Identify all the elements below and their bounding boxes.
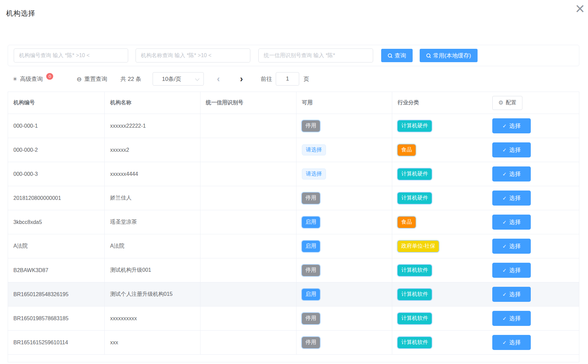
config-button[interactable]: ⚙ 配置: [492, 96, 522, 110]
advanced-query-badge: 0: [46, 73, 53, 80]
common-cache-button[interactable]: 常用(本地缓存): [420, 49, 478, 62]
status-tag[interactable]: 启用: [302, 241, 320, 252]
status-tag[interactable]: 请选择: [302, 168, 326, 179]
header-action: ⚙ 配置: [485, 92, 579, 114]
cell-credit-no: [200, 307, 297, 330]
industry-tag[interactable]: 政府单位-社保: [398, 241, 439, 252]
status-tag[interactable]: 停用: [302, 120, 320, 132]
cell-action: ✓ 选择: [485, 210, 579, 234]
table-row: BR1651615259610114 xxx 停用 计算机软件 ✓ 选择: [8, 331, 579, 355]
check-icon: ✓: [502, 291, 507, 297]
cell-org-no: 000-000-2: [8, 138, 105, 162]
table-row: 000-000-3 xxxxxx4444 请选择 计算机硬件 ✓ 选择: [8, 162, 579, 186]
check-icon: ✓: [502, 195, 507, 201]
status-tag[interactable]: 启用: [302, 217, 320, 228]
cell-action: ✓ 选择: [485, 258, 579, 282]
search-icon: [426, 53, 430, 57]
select-button[interactable]: ✓ 选择: [492, 215, 531, 230]
select-button[interactable]: ✓ 选择: [492, 263, 531, 278]
status-tag[interactable]: 启用: [302, 289, 320, 300]
cell-org-no: BR1650128548326195: [8, 282, 105, 306]
gear-icon: ⚙: [498, 100, 503, 106]
cell-credit-no: [200, 282, 297, 306]
cell-action: ✓ 选择: [485, 234, 579, 258]
select-button[interactable]: ✓ 选择: [492, 118, 531, 133]
cell-action: ✓ 选择: [485, 282, 579, 306]
header-industry: 行业分类: [392, 92, 485, 114]
cell-org-name: xxxxxxxxxx: [105, 307, 200, 330]
industry-tag[interactable]: 计算机软件: [398, 337, 432, 348]
industry-tag[interactable]: 计算机软件: [398, 289, 432, 300]
select-button[interactable]: ✓ 选择: [492, 239, 531, 254]
page-size-select[interactable]: 10条/页: [153, 72, 204, 86]
cell-action: ✓ 选择: [485, 114, 579, 138]
org-no-search-input[interactable]: [14, 48, 128, 63]
cell-org-name: 娇兰佳人: [105, 186, 200, 210]
header-available: 可用: [297, 92, 392, 114]
prev-page-button[interactable]: ‹: [217, 74, 220, 84]
select-button[interactable]: ✓ 选择: [492, 142, 531, 157]
select-button[interactable]: ✓ 选择: [492, 335, 531, 350]
industry-tag[interactable]: 计算机硬件: [398, 193, 432, 204]
check-icon: ✓: [502, 267, 507, 273]
pagination-toolbar: ✳ 高级查询 0 ⊖ 重置查询 共 22 条 10条/页 ‹ › 前往 页: [8, 71, 579, 87]
cell-org-name: 测试机构升级001: [105, 258, 200, 282]
industry-tag[interactable]: 食品: [398, 217, 416, 228]
cell-credit-no: [200, 234, 297, 258]
select-button[interactable]: ✓ 选择: [492, 287, 531, 302]
table-row: B2BAWK3D87 测试机构升级001 停用 计算机软件 ✓ 选择: [8, 258, 579, 282]
industry-tag[interactable]: 计算机硬件: [398, 168, 432, 180]
cell-credit-no: [200, 114, 297, 138]
select-button[interactable]: ✓ 选择: [492, 311, 531, 326]
status-tag[interactable]: 停用: [302, 337, 320, 348]
cell-action: ✓ 选择: [485, 138, 579, 162]
search-icon: [388, 53, 392, 57]
cell-org-no: 000-000-1: [8, 114, 105, 138]
industry-tag[interactable]: 计算机硬件: [398, 120, 432, 132]
cell-status: 启用: [297, 234, 392, 258]
cell-org-no: BR1651615259610114: [8, 331, 105, 354]
cell-credit-no: [200, 186, 297, 210]
search-panel: 查询 常用(本地缓存): [8, 45, 579, 66]
select-button[interactable]: ✓ 选择: [492, 191, 531, 206]
status-tag[interactable]: 请选择: [302, 144, 326, 155]
select-button[interactable]: ✓ 选择: [492, 166, 531, 181]
advanced-query-button[interactable]: ✳ 高级查询 0: [13, 75, 53, 83]
cell-org-name: xxxxxx4444: [105, 162, 200, 186]
org-table: 机构编号 机构名称 统一信用识别号 可用 行业分类 ⚙ 配置 000-000-1…: [8, 92, 579, 362]
table-row: 3kbcc8xda5 瑶圣堂凉茶 启用 食品 ✓ 选择: [8, 210, 579, 234]
cell-status: 请选择: [297, 138, 392, 162]
total-count: 共 22 条: [120, 75, 141, 83]
check-icon: ✓: [502, 219, 507, 225]
header-org-name: 机构名称: [105, 92, 200, 114]
query-button[interactable]: 查询: [381, 49, 413, 62]
close-icon[interactable]: ×: [575, 0, 585, 18]
next-page-button[interactable]: ›: [240, 74, 243, 84]
cell-org-no: 3kbcc8xda5: [8, 210, 105, 234]
reset-query-button[interactable]: ⊖ 重置查询: [77, 75, 107, 83]
goto-suffix: 页: [304, 75, 309, 83]
table-header-row: 机构编号 机构名称 统一信用识别号 可用 行业分类 ⚙ 配置: [8, 92, 579, 114]
industry-tag[interactable]: 食品: [398, 144, 416, 156]
header-org-no: 机构编号: [8, 92, 105, 114]
status-tag[interactable]: 停用: [302, 265, 320, 276]
org-name-search-input[interactable]: [136, 48, 250, 63]
cell-org-name: A法院: [105, 234, 200, 258]
table-row: 000-000-2 xxxxxx2 请选择 食品 ✓ 选择: [8, 138, 579, 162]
table-row: A法院 A法院 启用 政府单位-社保 ✓ 选择: [8, 234, 579, 258]
cell-org-name: 瑶圣堂凉茶: [105, 210, 200, 234]
header-credit-no: 统一信用识别号: [200, 92, 297, 114]
cell-org-no: 000-000-3: [8, 162, 105, 186]
cell-credit-no: [200, 138, 297, 162]
cell-action: ✓ 选择: [485, 307, 579, 330]
cell-industry: 计算机硬件: [392, 186, 485, 210]
cell-industry: 食品: [392, 210, 485, 234]
goto-page-input[interactable]: [276, 72, 299, 86]
cell-credit-no: [200, 162, 297, 186]
industry-tag[interactable]: 计算机软件: [398, 265, 432, 276]
status-tag[interactable]: 停用: [302, 313, 320, 324]
status-tag[interactable]: 停用: [302, 193, 320, 204]
cell-industry: 计算机软件: [392, 307, 485, 330]
credit-no-search-input[interactable]: [258, 48, 373, 63]
industry-tag[interactable]: 计算机软件: [398, 313, 432, 324]
